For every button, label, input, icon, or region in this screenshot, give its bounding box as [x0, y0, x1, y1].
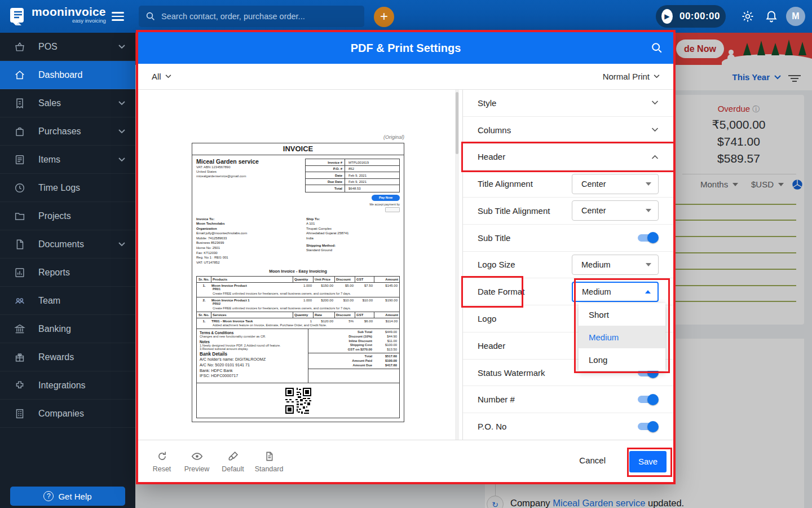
print-mode-dropdown[interactable]: Normal Print — [603, 72, 660, 81]
number-toggle[interactable] — [638, 394, 659, 405]
team-icon — [14, 295, 26, 307]
sidebar-item-pos[interactable]: POS — [0, 33, 135, 61]
reset-label: Reset — [153, 465, 171, 473]
standard-label: Standard — [255, 465, 284, 473]
reset-button[interactable]: Reset — [145, 450, 179, 473]
chevron-down-icon — [165, 75, 171, 78]
modal-footer: Reset Preview Default Standard Cancel Sa… — [138, 440, 673, 482]
save-button[interactable]: Save — [629, 451, 667, 472]
document-type-dropdown[interactable]: All — [152, 72, 171, 81]
top-bar: mooninvoice easy invoicing + ▶ 00:00:00 … — [0, 0, 812, 33]
qr-code — [285, 388, 311, 414]
invoice-preview-pane: (Original) INVOICE Miceal Garden service… — [138, 90, 460, 440]
chevron-down-icon — [118, 157, 125, 162]
sub-title-alignment-select[interactable]: Center — [572, 200, 659, 221]
modal-header: PDF & Print Settings — [138, 32, 673, 64]
bar-chart-icon — [14, 266, 26, 279]
invoice-title: INVOICE — [192, 143, 404, 155]
sidebar-item-companies[interactable]: Companies — [0, 400, 135, 428]
brand-name: mooninvoice — [32, 5, 106, 19]
brand-wordmark: mooninvoice easy invoicing — [32, 5, 106, 24]
products-table: Sr. No.ProductsQuantityUnit PriceDiscoun… — [196, 276, 400, 312]
preview-button[interactable]: Preview — [180, 450, 214, 473]
sidebar-item-reports[interactable]: Reports — [0, 259, 135, 287]
sidebar-item-integrations[interactable]: Integrations — [0, 371, 135, 400]
building-icon — [14, 408, 26, 420]
global-search[interactable] — [139, 6, 364, 27]
modal-title: PDF & Print Settings — [351, 42, 461, 55]
invoice-to-block: Invoice To: Moon Technolabs Organization… — [196, 216, 306, 265]
products-header: Sr. No.ProductsQuantityUnit PriceDiscoun… — [197, 277, 399, 283]
subtotals-group: Sub Total$449.00 Discount (10%)$44.90 In… — [308, 329, 399, 353]
logo-size-select[interactable]: Medium — [572, 255, 659, 275]
setting-label: Date Format — [478, 287, 524, 296]
home-icon — [14, 69, 26, 81]
cancel-button[interactable]: Cancel — [579, 456, 606, 465]
play-icon[interactable]: ▶ — [661, 9, 673, 24]
settings-gear-icon[interactable] — [741, 10, 754, 25]
date-format-select[interactable]: Medium — [572, 282, 659, 302]
help-icon: ? — [43, 491, 54, 501]
app-logo-icon — [8, 6, 28, 27]
totals-section: Terms & Conditions Changes and new funct… — [196, 329, 400, 383]
search-input[interactable] — [161, 12, 353, 21]
option-medium[interactable]: Medium — [579, 326, 665, 348]
timer-value: 00:00:00 — [679, 11, 720, 22]
default-button[interactable]: Default — [216, 450, 250, 473]
sidebar-item-items[interactable]: Items — [0, 146, 135, 174]
service-row: 1.TR01 - Moon Invoice Task1$120.005%$6.0… — [197, 318, 399, 329]
user-avatar[interactable]: M — [786, 7, 805, 26]
document-icon — [264, 450, 275, 462]
product-row: 2.Moon Invoice Product 11.000$200.00$10.… — [197, 297, 399, 312]
preview-scrollbar[interactable] — [455, 90, 459, 440]
screen: mooninvoice easy invoicing + ▶ 00:00:00 … — [0, 0, 812, 508]
services-table: Sr. No.ServicesQuantityRateDiscountGSTAm… — [196, 312, 400, 329]
setting-date-format: Date Format Medium — [463, 278, 673, 305]
sidebar-item-rewards[interactable]: Rewards — [0, 343, 135, 371]
totals-column: Sub Total$449.00 Discount (10%)$44.90 In… — [308, 329, 399, 383]
grand-total-group: Total$517.60 Amount Paid$100.00 Amount D… — [308, 353, 399, 369]
invoice-page: INVOICE Miceal Garden service VAT: ABN 1… — [192, 143, 404, 422]
standard-button[interactable]: Standard — [252, 450, 286, 473]
chevron-down-icon — [118, 129, 125, 134]
option-long[interactable]: Long — [579, 348, 665, 371]
time-tracker[interactable]: ▶ 00:00:00 — [656, 5, 726, 28]
sub-title-toggle[interactable] — [638, 232, 659, 243]
modal-search-icon[interactable] — [651, 42, 663, 54]
sidebar-item-time-logs[interactable]: Time Logs — [0, 174, 135, 202]
get-help-button[interactable]: ? Get Help — [10, 487, 125, 506]
chevron-up-icon — [645, 290, 651, 294]
sidebar-item-banking[interactable]: Banking — [0, 315, 135, 343]
terms-notes-bank: Terms & Conditions Changes and new funct… — [197, 329, 308, 383]
sidebar-item-sales[interactable]: Sales — [0, 89, 135, 117]
sidebar-item-dashboard[interactable]: Dashboard — [0, 61, 135, 89]
chevron-up-icon — [651, 155, 659, 159]
sidebar-item-purchases[interactable]: Purchases — [0, 117, 135, 146]
sidebar-item-label: Projects — [38, 211, 71, 221]
accordion-label: Header — [478, 152, 505, 161]
accordion-style[interactable]: Style — [463, 90, 673, 117]
sidebar-item-label: Time Logs — [38, 183, 80, 193]
receipt-icon — [14, 97, 26, 110]
sidebar-item-projects[interactable]: Projects — [0, 202, 135, 230]
accordion-label: Columns — [478, 125, 511, 135]
setting-label: Sub Title Alignment — [478, 206, 550, 216]
accordion-columns[interactable]: Columns — [463, 117, 673, 144]
add-new-button[interactable]: + — [374, 7, 394, 27]
po-no-toggle[interactable] — [638, 421, 659, 432]
reset-icon — [156, 450, 168, 462]
sidebar-item-documents[interactable]: Documents — [0, 230, 135, 259]
notifications-bell-icon[interactable] — [765, 10, 778, 25]
title-alignment-select[interactable]: Center — [572, 174, 659, 194]
eye-icon — [191, 450, 204, 462]
list-icon — [14, 154, 26, 166]
modal-filter-row: All Normal Print — [138, 64, 673, 90]
menu-toggle-icon[interactable] — [112, 10, 124, 23]
accordion-header[interactable]: Header — [463, 144, 673, 171]
folder-icon — [14, 210, 26, 222]
pdf-print-settings-modal: PDF & Print Settings All Normal Print (O… — [138, 32, 673, 482]
sidebar-item-team[interactable]: Team — [0, 287, 135, 315]
sidebar-item-label: Team — [38, 296, 60, 306]
option-short[interactable]: Short — [579, 303, 665, 326]
setting-po-no: P.O. No — [463, 413, 673, 440]
